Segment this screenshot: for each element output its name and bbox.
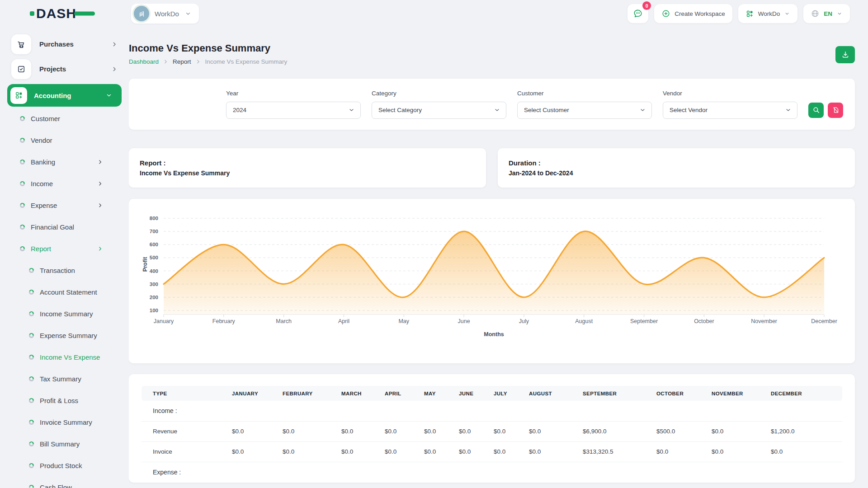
sidebar-item-expense-summary[interactable]: Expense Summary [0,324,129,346]
language-code: EN [824,10,832,17]
svg-text:200: 200 [150,295,158,300]
sidebar-item-purchases[interactable]: Purchases [0,32,129,56]
sidebar-item-transaction[interactable]: Transaction [0,259,129,281]
customer-select[interactable]: Select Customer [517,102,652,119]
chevron-right-icon [111,41,118,48]
svg-text:January: January [154,318,174,324]
duration-card-title: Duration : [509,159,844,167]
logo-dash-icon [74,12,95,16]
bullet-icon [29,376,34,381]
bullet-icon [20,203,25,208]
sidebar-item-bill-summary[interactable]: Bill Summary [0,433,129,455]
svg-text:March: March [276,318,292,324]
bullet-icon [20,160,25,164]
category-select[interactable]: Select Category [372,102,506,119]
sidebar-item-cash-flow[interactable]: Cash Flow [0,476,129,488]
bullet-icon [29,290,34,295]
year-value: 2024 [233,107,246,113]
workspace-switcher[interactable]: WorkDo [131,4,199,23]
sidebar-item-vendor[interactable]: Vendor [0,129,129,151]
svg-text:April: April [338,318,349,324]
chevron-right-icon [97,180,104,187]
sidebar-item-invoice-summary[interactable]: Invoice Summary [0,411,129,433]
sidebar-item-income-vs-expense[interactable]: Income Vs Expense [0,346,129,368]
sidebar-item-banking[interactable]: Banking [0,151,129,173]
check-square-icon [17,65,26,74]
chevron-down-icon [836,10,843,17]
sidebar-item-customer[interactable]: Customer [0,108,129,129]
svg-text:July: July [519,318,529,324]
messages-button[interactable]: 0 [627,4,648,23]
column-header: SEPTEMBER [583,386,656,401]
grid-plus-icon [14,91,24,100]
column-header: JANUARY [232,386,283,401]
app-logo: DASH [30,6,86,21]
vendor-select[interactable]: Select Vendor [663,102,797,119]
column-header: TYPE [142,386,232,401]
chevron-down-icon [348,107,355,113]
breadcrumb-report[interactable]: Report [173,58,191,65]
bullet-icon [29,441,34,446]
sidebar-item-income[interactable]: Income [0,173,129,194]
chevron-right-icon [97,245,104,252]
bullet-icon [29,311,34,316]
reset-filter-button[interactable] [828,103,843,118]
user-workspace-menu[interactable]: WorkDo [738,4,798,23]
sidebar-item-income-summary[interactable]: Income Summary [0,303,129,324]
svg-text:400: 400 [150,268,158,274]
profit-area-chart: 800700600500400300200100JanuaryFebruaryM… [139,206,845,355]
language-selector[interactable]: EN [803,4,850,23]
svg-text:300: 300 [150,282,158,287]
column-header: JUNE [459,386,494,401]
column-header: APRIL [385,386,424,401]
create-workspace-button[interactable]: Create Workspace [654,4,732,23]
svg-text:100: 100 [150,308,158,313]
sidebar-item-report[interactable]: Report [0,238,129,259]
apply-filter-button[interactable] [808,103,824,118]
customer-label: Customer [517,90,652,97]
bullet-icon [20,225,25,230]
income-expense-table-card: TYPEJANUARYFEBRUARYMARCHAPRILMAYJUNEJULY… [129,374,855,483]
bullet-icon [20,116,25,121]
table-row: Revenue$0.0$0.0$0.0$0.0$0.0$0.0$0.0$0.0$… [142,421,842,441]
logo-dot-icon [30,11,34,16]
globe-icon [811,9,820,18]
sidebar-item-projects[interactable]: Projects [0,56,129,81]
year-label: Year [226,90,361,97]
sidebar-item-accounting[interactable]: Accounting [7,84,122,107]
cart-icon [17,40,26,49]
sidebar-item-expense[interactable]: Expense [0,194,129,216]
bullet-icon [29,398,34,403]
report-card-value: Income Vs Expense Summary [140,169,475,177]
year-select[interactable]: 2024 [226,102,361,119]
bullet-icon [29,355,34,360]
sidebar-item-product-stock[interactable]: Product Stock [0,455,129,476]
report-summary-card: Report : Income Vs Expense Summary [129,148,486,188]
workspace-name: WorkDo [155,10,179,18]
sidebar-item-account-statement[interactable]: Account Statement [0,281,129,303]
column-header: NOVEMBER [712,386,771,401]
building-icon [137,9,146,18]
grid-plus-icon [745,9,754,18]
chat-icon [632,8,643,19]
sidebar-item-tax-summary[interactable]: Tax Summary [0,368,129,389]
breadcrumb-dashboard[interactable]: Dashboard [129,58,159,65]
search-icon [812,106,820,114]
download-report-button[interactable] [835,46,855,63]
svg-text:September: September [630,318,658,324]
column-header: JULY [494,386,529,401]
chevron-right-icon [163,59,169,65]
svg-text:600: 600 [150,242,158,247]
workspace-avatar [134,6,149,21]
bullet-icon [29,463,34,468]
sidebar-item-profit-loss[interactable]: Profit & Loss [0,389,129,411]
svg-text:May: May [398,318,409,324]
chevron-right-icon [97,159,104,165]
download-icon [841,50,850,59]
svg-text:500: 500 [150,255,158,260]
filter-panel: Year 2024 Category Select Category Custo… [129,79,855,130]
bullet-icon [29,333,34,338]
sidebar-item-financial-goal[interactable]: Financial Goal [0,216,129,238]
bullet-icon [20,138,25,143]
chevron-right-icon [111,66,118,73]
